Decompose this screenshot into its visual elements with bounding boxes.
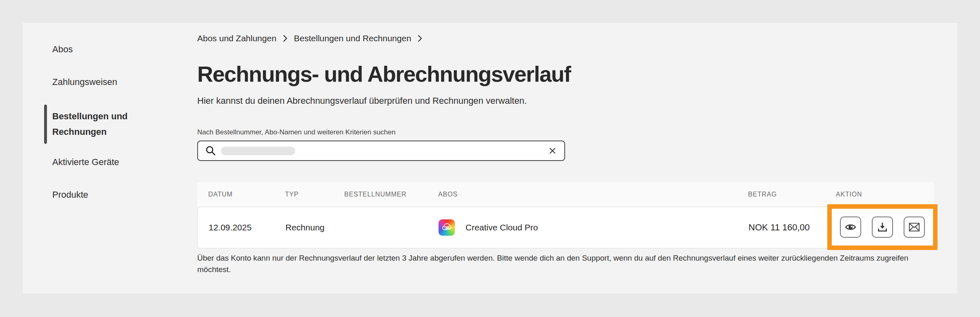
breadcrumb-item-abos-und-zahlungen[interactable]: Abos und Zahlungen bbox=[197, 33, 276, 43]
column-header-bestellnummer: BESTELLNUMMER bbox=[344, 191, 438, 198]
chevron-right-icon bbox=[283, 35, 287, 42]
sidebar-item-label: Produkte bbox=[52, 190, 88, 200]
creative-cloud-app-icon bbox=[439, 219, 455, 236]
download-icon bbox=[877, 221, 888, 233]
sidebar-item-produkte[interactable]: Produkte bbox=[52, 185, 150, 205]
table-row: 12.09.2025 Rechnung Creative Cloud Pro N… bbox=[197, 207, 934, 248]
sidebar-item-label: Zahlungsweisen bbox=[52, 77, 117, 87]
page-subtitle: Hier kannst du deinen Abrechnungsverlauf… bbox=[197, 96, 935, 106]
table-header-row: DATUM TYP BESTELLNUMMER ABOS BETRAG AKTI… bbox=[197, 182, 934, 207]
clear-search-button[interactable] bbox=[549, 147, 556, 154]
view-invoice-button[interactable] bbox=[840, 217, 861, 238]
column-header-typ: TYP bbox=[285, 191, 344, 198]
invoice-table: DATUM TYP BESTELLNUMMER ABOS BETRAG AKTI… bbox=[197, 182, 934, 248]
sidebar-item-abos[interactable]: Abos bbox=[52, 39, 150, 60]
invoice-amount: NOK 11 160,00 bbox=[748, 222, 836, 233]
breadcrumb: Abos und Zahlungen Bestellungen und Rech… bbox=[197, 33, 935, 43]
account-content-card: Abos Zahlungsweisen Bestellungen und Rec… bbox=[23, 23, 958, 293]
search-value-skeleton bbox=[221, 147, 295, 155]
product-name: Creative Cloud Pro bbox=[466, 223, 538, 232]
sidebar-item-bestellungen-und-rechnungen[interactable]: Bestellungen und Rechnungen bbox=[52, 105, 150, 144]
email-invoice-button[interactable] bbox=[904, 217, 925, 238]
download-invoice-button[interactable] bbox=[872, 217, 893, 238]
sidebar-item-label: Bestellungen und Rechnungen bbox=[52, 109, 150, 140]
column-header-betrag: BETRAG bbox=[748, 191, 836, 198]
sidebar-item-label: Aktivierte Geräte bbox=[52, 157, 119, 167]
chevron-right-icon bbox=[418, 35, 422, 42]
page-title: Rechnungs- und Abrechnungsverlauf bbox=[197, 61, 935, 87]
eye-icon bbox=[844, 221, 857, 233]
column-header-datum: DATUM bbox=[208, 191, 285, 198]
sidebar-item-label: Abos bbox=[52, 44, 73, 55]
column-header-aktion: AKTION bbox=[836, 191, 934, 198]
history-limit-note: Über das Konto kann nur der Rechnungsver… bbox=[197, 252, 935, 275]
invoice-date: 12.09.2025 bbox=[209, 223, 285, 232]
close-icon bbox=[549, 147, 556, 154]
search-icon bbox=[205, 145, 216, 156]
sidebar-item-aktivierte-geraete[interactable]: Aktivierte Geräte bbox=[52, 152, 150, 172]
search-input[interactable] bbox=[197, 141, 565, 161]
invoice-type: Rechnung bbox=[285, 223, 345, 232]
annotation-highlight-box bbox=[827, 204, 938, 250]
breadcrumb-item-bestellungen-und-rechnungen[interactable]: Bestellungen und Rechnungen bbox=[294, 33, 411, 43]
active-indicator-bar bbox=[44, 105, 47, 144]
search-label: Nach Bestellnummer, Abo-Namen und weiter… bbox=[197, 128, 935, 136]
sidebar-item-zahlungsweisen[interactable]: Zahlungsweisen bbox=[52, 72, 150, 92]
adobe-account-page: { "sidebar": { "items": [ { "label": "Ab… bbox=[0, 0, 980, 317]
column-header-abos: ABOS bbox=[438, 191, 748, 198]
sidebar-nav: Abos Zahlungsweisen Bestellungen und Rec… bbox=[52, 39, 179, 217]
mail-icon bbox=[908, 221, 920, 233]
main-content: Abos und Zahlungen Bestellungen und Rech… bbox=[197, 23, 935, 275]
